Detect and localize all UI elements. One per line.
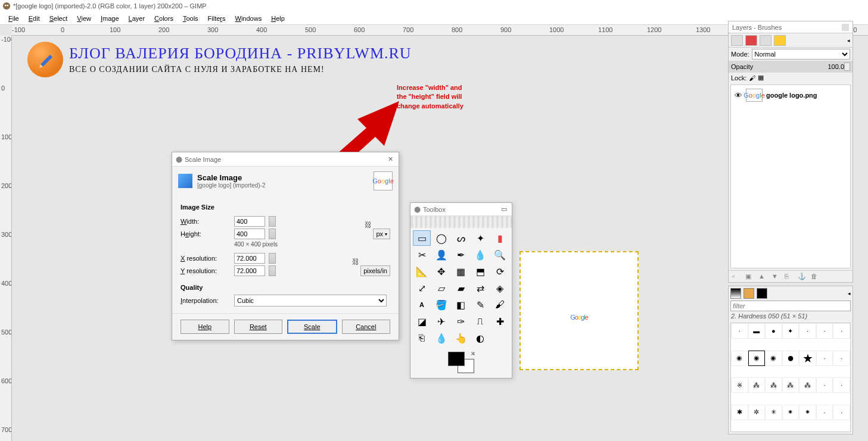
tab-layers-icon[interactable] — [731, 35, 743, 46]
tab-channels-icon[interactable] — [745, 35, 757, 46]
tool-flip[interactable]: ⇄ — [471, 280, 489, 296]
toolbox-handle[interactable] — [410, 216, 512, 228]
layer-item[interactable]: 👁 Google google logo.png — [733, 87, 848, 103]
tool-smudge[interactable]: 👆 — [452, 330, 470, 346]
menu-tools[interactable]: Tools — [178, 13, 203, 24]
brush-filter-input[interactable] — [730, 301, 851, 311]
lock-alpha-icon[interactable]: ▦ — [758, 74, 764, 82]
tool-clone[interactable]: ⎍ — [471, 314, 489, 329]
menu-select[interactable]: Select — [45, 13, 73, 24]
tool-move[interactable]: ✥ — [433, 264, 450, 279]
brush-item[interactable]: ✲ — [748, 405, 766, 420]
height-spinner[interactable] — [269, 229, 276, 239]
brush-item[interactable]: ⁂ — [799, 377, 816, 393]
tool-text[interactable]: A — [413, 297, 431, 312]
tab-brushes-icon[interactable] — [730, 288, 741, 299]
xres-input[interactable] — [234, 253, 265, 264]
layer-name[interactable]: google logo.png — [766, 92, 817, 99]
brush-item[interactable]: ● — [782, 351, 799, 366]
brush-item[interactable]: · — [816, 405, 833, 420]
brush-item[interactable]: ⁂ — [782, 377, 799, 393]
tool-blend[interactable]: ◧ — [452, 297, 470, 312]
layers-titlebar[interactable]: Layers - Brushes — [729, 21, 853, 33]
menu-help[interactable]: Help — [266, 13, 290, 24]
tool-perspective[interactable]: ▰ — [452, 280, 470, 296]
brush-item[interactable]: ⁕ — [799, 405, 816, 420]
tool-scissors[interactable]: ✂ — [413, 247, 431, 262]
toolbox-titlebar[interactable]: ⬤ Toolbox ▭ — [410, 203, 512, 216]
brush-item[interactable]: · — [833, 351, 850, 366]
menu-filters[interactable]: Filters — [203, 13, 231, 24]
menu-edit[interactable]: Edit — [24, 13, 45, 24]
menu-layer[interactable]: Layer — [124, 13, 150, 24]
brush-item[interactable]: · — [816, 351, 833, 366]
tool-foreground[interactable]: 👤 — [433, 247, 450, 262]
tool-airbrush[interactable]: ✈ — [433, 314, 450, 329]
close-icon[interactable]: ✕ — [385, 155, 395, 163]
menu-view[interactable]: View — [72, 13, 96, 24]
tab-undo-icon[interactable] — [774, 35, 786, 46]
tool-ellipse-select[interactable]: ◯ — [433, 230, 450, 246]
tool-free-select[interactable]: ᔕ — [452, 230, 470, 246]
res-unit-dropdown[interactable]: pixels/in — [360, 265, 390, 276]
interpolation-select[interactable]: Cubic — [234, 295, 387, 306]
tool-blur[interactable]: 💧 — [433, 330, 450, 346]
tool-rotate[interactable]: ⟳ — [491, 264, 509, 279]
brush-item[interactable]: ● — [765, 323, 782, 339]
minimize-icon[interactable]: ▭ — [500, 205, 508, 213]
brush-item[interactable]: ✳ — [765, 405, 782, 420]
chain-link-icon[interactable]: ⛓ — [363, 214, 373, 236]
layer-down-icon[interactable]: ▼ — [771, 273, 780, 281]
tool-zoom[interactable]: 🔍 — [491, 247, 509, 262]
fg-color[interactable] — [448, 352, 465, 366]
tool-measure[interactable]: 📐 — [413, 264, 431, 279]
tool-shear[interactable]: ▱ — [433, 280, 450, 296]
brush-item[interactable]: ◉ — [748, 351, 766, 366]
tool-fuzzy-select[interactable]: ✦ — [471, 230, 489, 246]
tool-cage[interactable]: ◈ — [491, 280, 509, 296]
brush-item[interactable]: · — [833, 377, 850, 393]
layer-group-icon[interactable]: ▣ — [745, 273, 754, 281]
brush-menu-icon[interactable]: ◂ — [848, 290, 851, 296]
tool-align[interactable]: ▦ — [452, 264, 470, 279]
tool-perspective-clone[interactable]: ⎗ — [413, 330, 431, 346]
brush-item[interactable]: ★ — [799, 351, 816, 366]
tab-patterns-icon[interactable] — [743, 288, 754, 299]
visibility-icon[interactable]: 👁 — [735, 91, 742, 100]
brush-item[interactable]: ※ — [731, 377, 748, 393]
brush-item[interactable]: ⁂ — [748, 377, 766, 393]
swap-colors-icon[interactable]: ⤭ — [471, 351, 475, 356]
tool-eraser[interactable]: ◪ — [413, 314, 431, 329]
tool-ink[interactable]: ✑ — [452, 314, 470, 329]
mode-select[interactable]: Normal — [752, 49, 850, 60]
menu-colors[interactable]: Colors — [150, 13, 178, 24]
tool-scale[interactable]: ⤢ — [413, 280, 431, 296]
menu-file[interactable]: File — [4, 13, 24, 24]
brush-item[interactable]: · — [799, 323, 816, 339]
tab-paths-icon[interactable] — [760, 35, 771, 46]
brush-item[interactable]: · — [816, 377, 833, 393]
delete-layer-icon[interactable]: 🗑 — [811, 273, 819, 281]
opacity-spinner[interactable] — [844, 62, 850, 71]
brush-item[interactable]: · — [731, 323, 748, 339]
brush-item[interactable]: · — [816, 323, 833, 339]
xres-spinner[interactable] — [269, 253, 276, 264]
tool-by-color[interactable]: ▮ — [491, 230, 509, 246]
tool-paintbrush[interactable]: 🖌 — [491, 297, 509, 312]
brush-item[interactable]: ✦ — [782, 323, 799, 339]
help-button[interactable]: Help — [181, 320, 229, 334]
tool-color-picker[interactable]: 💧 — [471, 247, 489, 262]
new-layer-icon[interactable]: ▫ — [732, 273, 741, 281]
brush-item[interactable]: · — [833, 323, 850, 339]
brush-item[interactable]: ⁕ — [782, 405, 799, 420]
brush-item[interactable]: · — [833, 405, 850, 420]
tab-gradients-icon[interactable] — [757, 288, 767, 299]
lock-pixels-icon[interactable]: 🖌 — [749, 74, 755, 82]
tool-heal[interactable]: ✚ — [491, 314, 509, 329]
height-input[interactable] — [234, 229, 265, 239]
yres-spinner[interactable] — [269, 265, 276, 276]
image-canvas[interactable]: Google — [519, 251, 639, 370]
tab-menu-icon[interactable]: ◂ — [847, 37, 850, 43]
tool-paths[interactable]: ✒ — [452, 247, 470, 262]
tool-bucket[interactable]: 🪣 — [433, 297, 450, 312]
